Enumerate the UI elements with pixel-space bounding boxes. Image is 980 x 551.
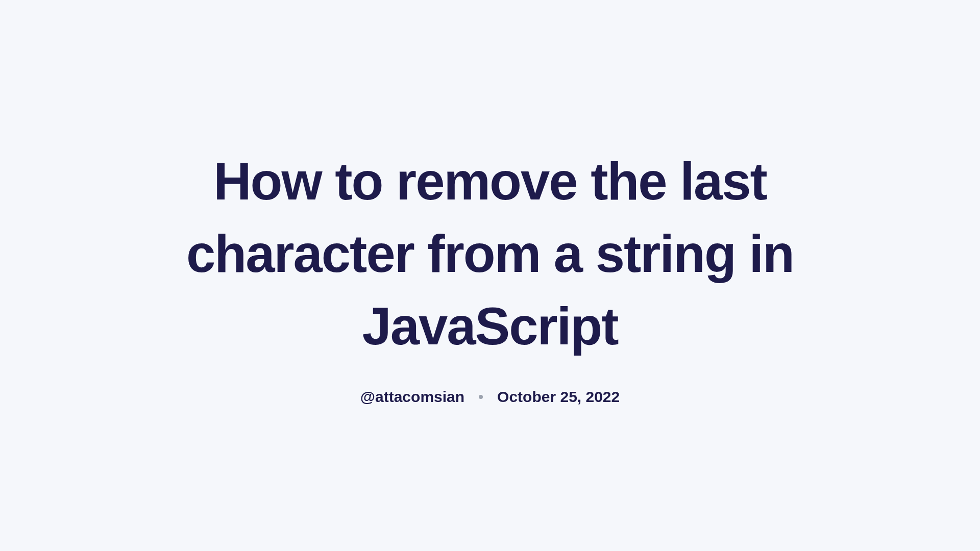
article-title: How to remove the last character from a …	[153, 145, 827, 363]
author-handle[interactable]: @attacomsian	[360, 388, 464, 406]
publish-date: October 25, 2022	[497, 388, 620, 406]
article-header: How to remove the last character from a …	[133, 145, 847, 406]
article-meta: @attacomsian October 25, 2022	[153, 388, 827, 406]
separator-dot	[479, 395, 483, 399]
